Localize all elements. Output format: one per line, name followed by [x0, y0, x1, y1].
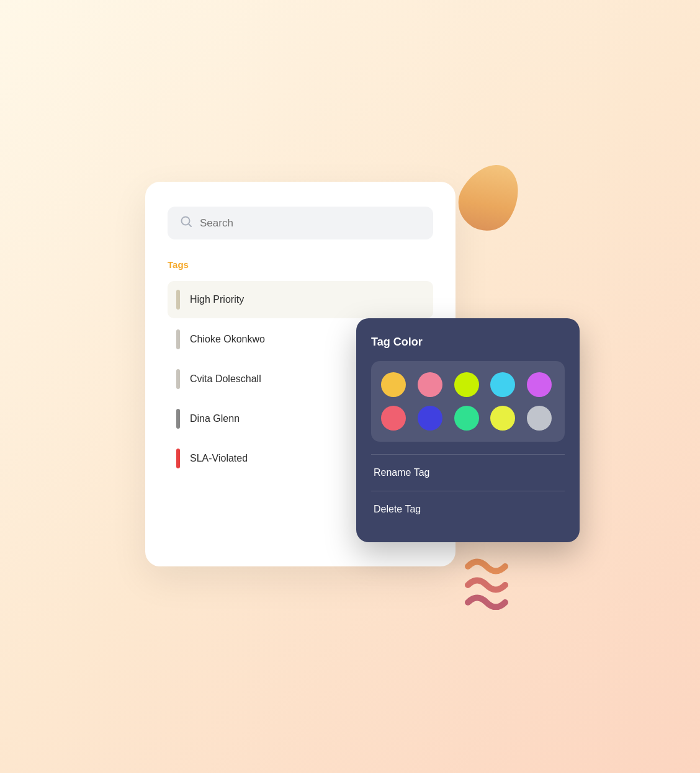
color-swatch-9[interactable]: [527, 406, 552, 431]
color-swatch-7[interactable]: [454, 406, 479, 431]
tag-name-high-priority: High Priority: [190, 294, 244, 305]
tag-color-chioke: [176, 329, 180, 349]
deco-teardrop: [449, 154, 531, 241]
color-swatch-2[interactable]: [454, 372, 479, 397]
search-icon: [180, 215, 192, 231]
color-swatch-8[interactable]: [490, 406, 515, 431]
color-swatch-0[interactable]: [381, 372, 406, 397]
color-swatch-4[interactable]: [527, 372, 552, 397]
color-swatch-5[interactable]: [381, 406, 406, 431]
tag-name-dina: Dina Glenn: [190, 413, 240, 424]
color-grid-container: [371, 361, 565, 442]
divider-2: [371, 491, 565, 491]
search-input[interactable]: [200, 217, 421, 230]
color-swatch-3[interactable]: [490, 372, 515, 397]
tag-name-cvita: Cvita Doleschall: [190, 373, 261, 385]
deco-squiggle: [455, 554, 511, 610]
search-bar[interactable]: [168, 207, 433, 239]
context-menu-title: Tag Color: [371, 336, 565, 349]
delete-tag-button[interactable]: Delete Tag: [371, 494, 565, 525]
color-swatch-1[interactable]: [418, 372, 442, 397]
tag-color-cvita: [176, 369, 180, 389]
scene: Tags High Priority Chioke Okonkwo Cvita …: [108, 132, 592, 641]
tag-color-dina: [176, 409, 180, 429]
color-swatch-6[interactable]: [418, 406, 442, 431]
divider-1: [371, 454, 565, 455]
color-grid: [381, 372, 555, 431]
tags-label: Tags: [168, 259, 433, 270]
tag-name-chioke: Chioke Okonkwo: [190, 334, 265, 345]
rename-tag-button[interactable]: Rename Tag: [371, 457, 565, 488]
context-menu: Tag Color Rename Tag Delete Tag: [356, 318, 580, 542]
tag-name-sla: SLA-Violated: [190, 453, 248, 464]
tag-item-high-priority[interactable]: High Priority: [168, 281, 433, 318]
tag-color-sla: [176, 449, 180, 468]
tag-color-high-priority: [176, 290, 180, 310]
svg-line-1: [189, 224, 191, 226]
